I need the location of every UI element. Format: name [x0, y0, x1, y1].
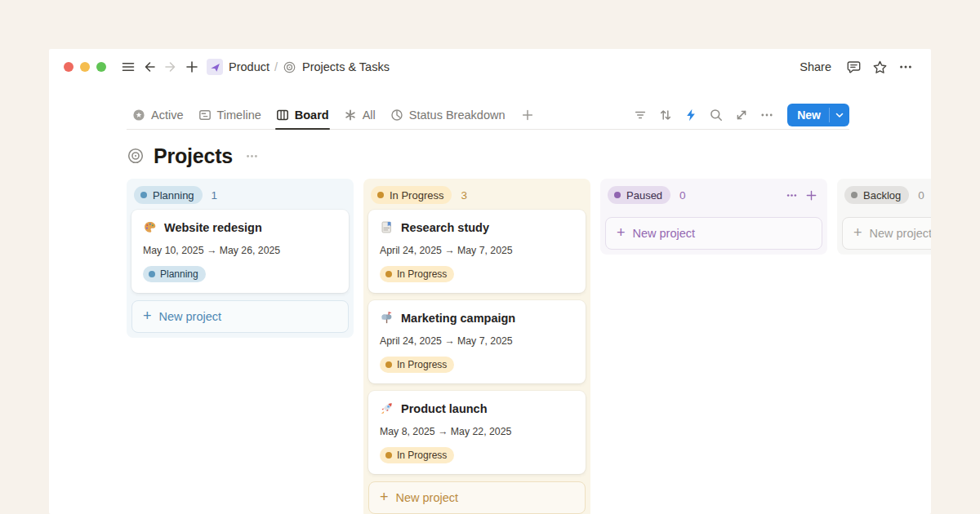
card-title: Website redesign — [164, 221, 262, 234]
timeline-icon — [198, 109, 212, 122]
new-button-label: New — [787, 104, 829, 126]
breadcrumb-page-label: Projects & Tasks — [302, 60, 390, 73]
card-date-range: May 8, 2025 → May 22, 2025 — [380, 426, 574, 437]
card-date-range: May 10, 2025 → May 26, 2025 — [143, 245, 337, 256]
search-icon[interactable] — [705, 104, 728, 126]
column-paused: Paused 0 + New project — [600, 179, 827, 255]
card-date-range: April 24, 2025 → May 7, 2025 — [380, 245, 574, 256]
more-icon[interactable] — [782, 186, 800, 204]
project-card[interactable]: Research study April 24, 2025 → May 7, 2… — [368, 210, 586, 293]
app-window: Product / Projects & Tasks Share — [49, 49, 931, 514]
card-date-range: April 24, 2025 → May 7, 2025 — [380, 335, 574, 347]
status-dot-icon — [385, 271, 392, 277]
status-badge: In Progress — [380, 266, 454, 282]
expand-icon[interactable] — [730, 104, 753, 126]
plus-icon: + — [380, 490, 389, 504]
view-controls: New — [629, 104, 849, 126]
add-view-button[interactable] — [514, 100, 541, 129]
card-title: Product launch — [401, 402, 488, 415]
tab-all[interactable]: All — [338, 100, 381, 129]
window-controls — [64, 62, 106, 72]
target-icon — [283, 60, 296, 74]
breadcrumb-workspace-label: Product — [229, 60, 270, 73]
tab-active[interactable]: Active — [127, 100, 189, 129]
more-icon[interactable] — [245, 149, 259, 163]
status-badge[interactable]: Backlog — [844, 186, 909, 204]
card-list: Website redesign May 10, 2025 → May 26, … — [131, 210, 349, 293]
column-planning: Planning 1 Website redesign May 10, 2025… — [127, 179, 354, 338]
share-button[interactable]: Share — [793, 57, 838, 77]
favorite-star-icon[interactable] — [869, 56, 890, 78]
board-icon — [276, 109, 289, 122]
palette-icon — [143, 220, 157, 234]
status-dot-icon — [385, 361, 392, 368]
column-count: 3 — [461, 189, 467, 202]
forward-arrow-icon[interactable] — [160, 56, 181, 78]
project-card[interactable]: Product launch May 8, 2025 → May 22, 202… — [368, 391, 586, 474]
new-project-button[interactable]: + New project — [842, 217, 931, 250]
mailbox-icon — [380, 311, 394, 325]
view-toolbar: Active Timeline Board All — [127, 100, 849, 130]
plus-icon: + — [853, 225, 862, 240]
status-dot-icon — [140, 192, 147, 198]
status-badge: In Progress — [380, 447, 454, 463]
status-dot-icon — [385, 452, 392, 459]
card-list: Research study April 24, 2025 → May 7, 2… — [368, 210, 586, 474]
bookmark-tabs-icon — [380, 220, 394, 234]
add-icon[interactable] — [802, 186, 820, 204]
target-icon — [127, 147, 145, 165]
comments-icon[interactable] — [843, 56, 864, 78]
column-count: 0 — [918, 189, 924, 202]
rocket-icon — [380, 401, 394, 415]
page-title: Projects — [154, 144, 233, 168]
plus-icon: + — [143, 308, 152, 323]
new-project-button[interactable]: + New project — [131, 300, 349, 333]
breadcrumb-page[interactable]: Projects & Tasks — [278, 59, 394, 76]
status-dot-icon — [614, 192, 621, 198]
tab-board[interactable]: Board — [270, 100, 335, 129]
view-tabs: Active Timeline Board All — [127, 100, 541, 129]
minimize-button[interactable] — [80, 62, 90, 72]
status-dot-icon — [377, 192, 384, 198]
status-badge[interactable]: Paused — [608, 186, 670, 204]
automation-bolt-icon[interactable] — [679, 104, 702, 126]
status-dot-icon — [149, 271, 155, 277]
sort-icon[interactable] — [654, 104, 677, 126]
plus-icon: + — [617, 225, 626, 240]
circled-star-icon — [132, 109, 145, 122]
zoom-button[interactable] — [96, 62, 106, 72]
column-count: 0 — [679, 189, 686, 202]
back-arrow-icon[interactable] — [139, 56, 160, 78]
new-page-icon[interactable] — [181, 56, 203, 78]
topbar: Product / Projects & Tasks Share — [49, 49, 931, 85]
close-button[interactable] — [64, 62, 74, 72]
more-icon[interactable] — [755, 104, 778, 126]
chevron-down-icon[interactable] — [830, 104, 849, 126]
new-project-button[interactable]: + New project — [368, 481, 586, 514]
column-count: 1 — [212, 189, 218, 202]
status-dot-icon — [851, 192, 858, 198]
kanban-board: Planning 1 Website redesign May 10, 2025… — [127, 179, 931, 514]
purple-arrow-icon — [207, 59, 223, 75]
column-in-progress: In Progress 3 Research study April 24, 2… — [363, 179, 590, 514]
project-card[interactable]: Marketing campaign April 24, 2025 → May … — [368, 300, 586, 383]
column-header: Paused 0 — [605, 184, 822, 206]
status-badge[interactable]: Planning — [134, 186, 203, 204]
tab-timeline[interactable]: Timeline — [193, 100, 267, 129]
breadcrumb-workspace[interactable]: Product — [203, 57, 274, 77]
breadcrumb-separator: / — [274, 60, 278, 73]
sidebar-toggle-icon[interactable] — [118, 56, 139, 78]
status-badge[interactable]: In Progress — [371, 186, 452, 204]
column-header: Backlog 0 — [842, 184, 931, 206]
column-backlog: Backlog 0 + New project — [837, 179, 931, 255]
column-header: Planning 1 — [131, 184, 349, 206]
project-card[interactable]: Website redesign May 10, 2025 → May 26, … — [131, 210, 349, 293]
asterisk-icon — [344, 109, 357, 122]
new-project-button[interactable]: + New project — [605, 217, 822, 250]
filter-icon[interactable] — [629, 104, 652, 126]
tab-status-breakdown[interactable]: Status Breakdown — [385, 100, 511, 129]
status-badge: Planning — [143, 266, 206, 282]
more-icon[interactable] — [895, 56, 916, 78]
card-title: Marketing campaign — [401, 312, 515, 325]
new-button[interactable]: New — [787, 104, 849, 126]
